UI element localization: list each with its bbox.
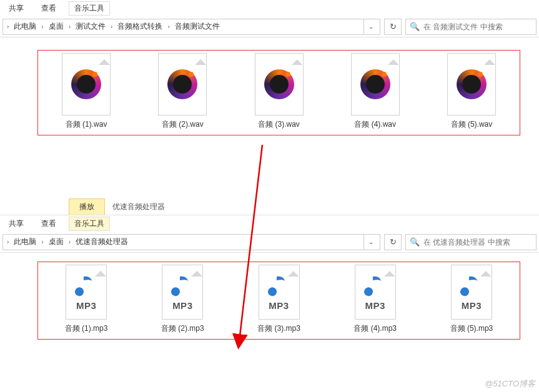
watermark: @51CTO博客 xyxy=(485,378,535,390)
mp3-file-icon: MP3 xyxy=(355,265,396,320)
audio-disc-icon xyxy=(447,53,496,115)
file-item[interactable]: 音频 (4).wav xyxy=(327,53,423,130)
refresh-icon: ↻ xyxy=(390,22,397,31)
search-box-bottom[interactable]: 🔍 xyxy=(405,234,537,250)
search-input[interactable] xyxy=(423,22,532,31)
breadcrumb-top[interactable]: › 此电脑 › 桌面 › 测试文件 › 音频格式转换 › 音频测试文件 ⌄ xyxy=(2,19,380,35)
file-item[interactable]: MP3 音频 (3).mp3 xyxy=(230,265,327,334)
mp3-label: MP3 xyxy=(462,300,482,311)
mp3-file-icon: MP3 xyxy=(162,265,203,320)
chevron-right-icon: › xyxy=(40,23,44,30)
mp3-label: MP3 xyxy=(76,300,96,311)
selection-box-bottom: MP3 音频 (1).mp3 MP3 音频 (2).mp3 MP3 音频 (3)… xyxy=(37,262,520,340)
tab-music-tools[interactable]: 音乐工具 xyxy=(69,1,110,16)
tab-view[interactable]: 查看 xyxy=(32,216,65,232)
chevron-right-icon: › xyxy=(6,23,10,30)
file-item[interactable]: 音频 (2).wav xyxy=(134,53,230,130)
breadcrumb-bottom[interactable]: › 此电脑 › 桌面 › 优速音频处理器 ⌄ xyxy=(2,234,380,250)
tab-play[interactable]: 播放 xyxy=(69,198,105,215)
search-input[interactable] xyxy=(423,238,532,247)
file-item[interactable]: MP3 音频 (5).mp3 xyxy=(423,265,520,334)
address-bar-row-bottom: › 此电脑 › 桌面 › 优速音频处理器 ⌄ ↻ 🔍 xyxy=(0,232,539,253)
refresh-button[interactable]: ↻ xyxy=(384,234,402,250)
address-dropdown[interactable]: ⌄ xyxy=(363,19,377,34)
address-bar-row-top: › 此电脑 › 桌面 › 测试文件 › 音频格式转换 › 音频测试文件 ⌄ ↻ … xyxy=(0,16,539,37)
mp3-file-icon: MP3 xyxy=(66,265,107,320)
mp3-file-icon: MP3 xyxy=(451,265,492,320)
crumb[interactable]: 此电脑 xyxy=(10,20,40,33)
crumb[interactable]: 优速音频处理器 xyxy=(72,235,132,248)
audio-disc-icon xyxy=(62,53,111,115)
crumb[interactable]: 此电脑 xyxy=(10,235,40,248)
explorer-bottom: 播放 优速音频处理器 共享 查看 音乐工具 › 此电脑 › 桌面 › 优速音频处… xyxy=(0,198,539,346)
tab-view[interactable]: 查看 xyxy=(32,1,65,16)
ribbon-tabs-bottom: 共享 查看 音乐工具 xyxy=(0,215,539,232)
chevron-right-icon: › xyxy=(166,23,171,30)
file-item[interactable]: 音频 (5).wav xyxy=(423,53,520,130)
address-dropdown[interactable]: ⌄ xyxy=(363,235,377,250)
file-item[interactable]: 音频 (3).wav xyxy=(230,53,327,130)
file-item[interactable]: MP3 音频 (4).mp3 xyxy=(327,265,423,334)
mp3-label: MP3 xyxy=(365,300,385,311)
refresh-button[interactable]: ↻ xyxy=(384,19,402,35)
chevron-right-icon: › xyxy=(67,23,72,30)
title-tabs-bottom: 播放 优速音频处理器 xyxy=(0,198,539,215)
crumb[interactable]: 桌面 xyxy=(45,235,67,248)
audio-disc-icon xyxy=(255,53,304,115)
explorer-top: 共享 查看 音乐工具 › 此电脑 › 桌面 › 测试文件 › 音频格式转换 › … xyxy=(0,0,539,142)
mp3-file-icon: MP3 xyxy=(259,265,300,320)
file-name: 音频 (2).wav xyxy=(162,119,204,130)
tab-music-tools[interactable]: 音乐工具 xyxy=(69,217,110,231)
chevron-right-icon: › xyxy=(6,238,10,245)
refresh-icon: ↻ xyxy=(390,237,397,247)
file-name: 音频 (3).mp3 xyxy=(257,323,300,334)
crumb[interactable]: 桌面 xyxy=(45,20,67,33)
app-title-label: 优速音频处理器 xyxy=(105,199,172,215)
audio-disc-icon xyxy=(158,53,207,115)
tab-share[interactable]: 共享 xyxy=(0,1,32,16)
file-name: 音频 (4).mp3 xyxy=(354,323,397,334)
file-pane-top[interactable]: 音频 (1).wav 音频 (2).wav 音频 (3).wav 音频 (4).… xyxy=(0,37,539,142)
chevron-right-icon: › xyxy=(40,238,44,245)
audio-disc-icon xyxy=(351,53,400,115)
search-box-top[interactable]: 🔍 xyxy=(405,19,537,35)
file-name: 音频 (5).wav xyxy=(451,119,493,130)
mp3-label: MP3 xyxy=(172,300,192,311)
file-item[interactable]: MP3 音频 (2).mp3 xyxy=(134,265,230,334)
file-pane-bottom[interactable]: MP3 音频 (1).mp3 MP3 音频 (2).mp3 MP3 音频 (3)… xyxy=(0,253,539,346)
tab-share[interactable]: 共享 xyxy=(0,216,32,232)
search-icon: 🔍 xyxy=(410,237,420,247)
file-name: 音频 (4).wav xyxy=(354,119,396,130)
chevron-right-icon: › xyxy=(67,238,72,245)
search-icon: 🔍 xyxy=(410,22,420,31)
file-name: 音频 (2).mp3 xyxy=(161,323,204,334)
selection-box-top: 音频 (1).wav 音频 (2).wav 音频 (3).wav 音频 (4).… xyxy=(37,50,520,135)
file-name: 音频 (5).mp3 xyxy=(450,323,493,334)
file-name: 音频 (1).wav xyxy=(66,119,107,130)
crumb[interactable]: 音频格式转换 xyxy=(114,20,166,33)
file-item[interactable]: MP3 音频 (1).mp3 xyxy=(38,265,134,334)
mp3-label: MP3 xyxy=(269,300,289,311)
file-name: 音频 (1).mp3 xyxy=(65,323,108,334)
crumb[interactable]: 音频测试文件 xyxy=(171,20,224,33)
file-name: 音频 (3).wav xyxy=(258,119,300,130)
ribbon-tabs-top: 共享 查看 音乐工具 xyxy=(0,0,539,16)
file-item[interactable]: 音频 (1).wav xyxy=(38,53,134,130)
chevron-right-icon: › xyxy=(109,23,114,30)
crumb[interactable]: 测试文件 xyxy=(72,20,109,33)
